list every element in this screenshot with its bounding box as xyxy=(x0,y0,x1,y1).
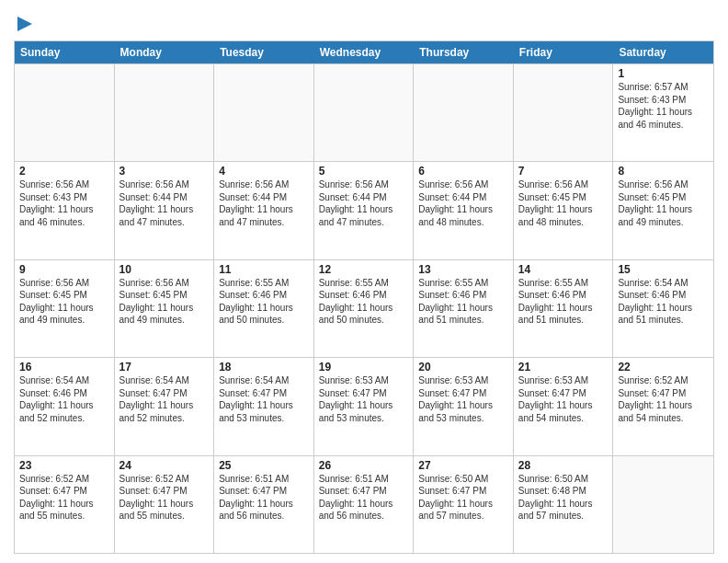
calendar-header: SundayMondayTuesdayWednesdayThursdayFrid… xyxy=(15,41,713,63)
day-info: Sunrise: 6:56 AMSunset: 6:44 PMDaylight:… xyxy=(418,178,508,228)
calendar-cell xyxy=(15,64,115,161)
calendar-cell xyxy=(115,64,215,161)
calendar-cell: 7Sunrise: 6:56 AMSunset: 6:45 PMDaylight… xyxy=(514,162,614,259)
day-info: Sunrise: 6:56 AMSunset: 6:45 PMDaylight:… xyxy=(19,277,109,327)
calendar-cell: 18Sunrise: 6:54 AMSunset: 6:47 PMDayligh… xyxy=(214,358,314,454)
day-info: Sunrise: 6:56 AMSunset: 6:44 PMDaylight:… xyxy=(119,178,210,228)
logo-icon xyxy=(16,13,34,35)
day-number: 3 xyxy=(119,165,210,178)
day-info: Sunrise: 6:56 AMSunset: 6:44 PMDaylight:… xyxy=(219,178,309,228)
day-info: Sunrise: 6:54 AMSunset: 6:47 PMDaylight:… xyxy=(119,374,210,424)
day-number: 20 xyxy=(418,361,508,373)
day-number: 18 xyxy=(219,361,309,373)
calendar-cell: 26Sunrise: 6:51 AMSunset: 6:47 PMDayligh… xyxy=(314,456,415,553)
calendar-cell: 25Sunrise: 6:51 AMSunset: 6:47 PMDayligh… xyxy=(214,456,314,553)
calendar-cell: 21Sunrise: 6:53 AMSunset: 6:47 PMDayligh… xyxy=(514,358,614,454)
calendar-cell: 15Sunrise: 6:54 AMSunset: 6:46 PMDayligh… xyxy=(613,260,713,357)
calendar-cell: 11Sunrise: 6:55 AMSunset: 6:46 PMDayligh… xyxy=(214,260,314,357)
day-info: Sunrise: 6:50 AMSunset: 6:47 PMDaylight:… xyxy=(418,473,508,523)
day-info: Sunrise: 6:52 AMSunset: 6:47 PMDaylight:… xyxy=(618,374,709,424)
calendar-cell: 27Sunrise: 6:50 AMSunset: 6:47 PMDayligh… xyxy=(414,456,514,553)
day-number: 25 xyxy=(219,459,309,472)
day-number: 6 xyxy=(418,165,508,178)
header xyxy=(14,9,714,35)
logo xyxy=(14,13,34,35)
day-number: 24 xyxy=(119,459,210,472)
day-info: Sunrise: 6:56 AMSunset: 6:45 PMDaylight:… xyxy=(618,178,709,228)
calendar-cell: 24Sunrise: 6:52 AMSunset: 6:47 PMDayligh… xyxy=(115,456,215,553)
day-info: Sunrise: 6:51 AMSunset: 6:47 PMDaylight:… xyxy=(319,473,409,523)
day-number: 17 xyxy=(119,361,210,373)
day-info: Sunrise: 6:51 AMSunset: 6:47 PMDaylight:… xyxy=(219,473,309,523)
calendar-cell: 28Sunrise: 6:50 AMSunset: 6:48 PMDayligh… xyxy=(514,456,614,553)
day-info: Sunrise: 6:54 AMSunset: 6:47 PMDaylight:… xyxy=(219,374,309,424)
calendar-cell xyxy=(214,64,314,161)
day-info: Sunrise: 6:55 AMSunset: 6:46 PMDaylight:… xyxy=(319,277,409,327)
calendar-cell: 10Sunrise: 6:56 AMSunset: 6:45 PMDayligh… xyxy=(115,260,215,357)
day-info: Sunrise: 6:57 AMSunset: 6:43 PMDaylight:… xyxy=(618,81,709,131)
calendar-cell: 3Sunrise: 6:56 AMSunset: 6:44 PMDaylight… xyxy=(115,162,215,259)
day-info: Sunrise: 6:55 AMSunset: 6:46 PMDaylight:… xyxy=(418,277,508,327)
day-number: 1 xyxy=(618,67,709,80)
calendar-cell: 5Sunrise: 6:56 AMSunset: 6:44 PMDaylight… xyxy=(314,162,415,259)
day-info: Sunrise: 6:53 AMSunset: 6:47 PMDaylight:… xyxy=(418,374,508,424)
calendar-row: 9Sunrise: 6:56 AMSunset: 6:45 PMDaylight… xyxy=(15,259,713,357)
calendar-row: 16Sunrise: 6:54 AMSunset: 6:46 PMDayligh… xyxy=(15,357,713,454)
day-number: 28 xyxy=(518,459,609,472)
calendar-cell: 9Sunrise: 6:56 AMSunset: 6:45 PMDaylight… xyxy=(15,260,115,357)
day-number: 11 xyxy=(219,263,309,276)
calendar-row: 23Sunrise: 6:52 AMSunset: 6:47 PMDayligh… xyxy=(15,455,713,553)
weekday-header: Thursday xyxy=(414,41,514,63)
day-number: 27 xyxy=(418,459,508,472)
day-number: 12 xyxy=(319,263,409,276)
day-number: 4 xyxy=(219,165,309,178)
day-number: 23 xyxy=(19,459,109,472)
calendar-cell: 16Sunrise: 6:54 AMSunset: 6:46 PMDayligh… xyxy=(15,358,115,454)
calendar-row: 1Sunrise: 6:57 AMSunset: 6:43 PMDaylight… xyxy=(15,63,713,161)
day-number: 5 xyxy=(319,165,409,178)
day-number: 7 xyxy=(518,165,609,178)
weekday-header: Wednesday xyxy=(314,41,415,63)
calendar-cell: 14Sunrise: 6:55 AMSunset: 6:46 PMDayligh… xyxy=(514,260,614,357)
weekday-header: Tuesday xyxy=(214,41,314,63)
day-number: 26 xyxy=(319,459,409,472)
calendar-cell: 19Sunrise: 6:53 AMSunset: 6:47 PMDayligh… xyxy=(314,358,415,454)
calendar-cell: 22Sunrise: 6:52 AMSunset: 6:47 PMDayligh… xyxy=(613,358,713,454)
day-number: 14 xyxy=(518,263,609,276)
weekday-header: Saturday xyxy=(613,41,713,63)
calendar-cell: 2Sunrise: 6:56 AMSunset: 6:43 PMDaylight… xyxy=(15,162,115,259)
day-info: Sunrise: 6:55 AMSunset: 6:46 PMDaylight:… xyxy=(219,277,309,327)
calendar: SundayMondayTuesdayWednesdayThursdayFrid… xyxy=(14,40,714,554)
calendar-cell: 4Sunrise: 6:56 AMSunset: 6:44 PMDaylight… xyxy=(214,162,314,259)
day-number: 13 xyxy=(418,263,508,276)
day-info: Sunrise: 6:56 AMSunset: 6:44 PMDaylight:… xyxy=(319,178,409,228)
calendar-row: 2Sunrise: 6:56 AMSunset: 6:43 PMDaylight… xyxy=(15,161,713,259)
day-info: Sunrise: 6:56 AMSunset: 6:45 PMDaylight:… xyxy=(119,277,210,327)
day-number: 15 xyxy=(618,263,709,276)
day-number: 22 xyxy=(618,361,709,373)
weekday-header: Sunday xyxy=(15,41,115,63)
calendar-cell: 12Sunrise: 6:55 AMSunset: 6:46 PMDayligh… xyxy=(314,260,415,357)
weekday-header: Monday xyxy=(115,41,215,63)
day-info: Sunrise: 6:54 AMSunset: 6:46 PMDaylight:… xyxy=(618,277,709,327)
day-number: 21 xyxy=(518,361,609,373)
weekday-header: Friday xyxy=(514,41,614,63)
calendar-cell: 17Sunrise: 6:54 AMSunset: 6:47 PMDayligh… xyxy=(115,358,215,454)
calendar-cell: 1Sunrise: 6:57 AMSunset: 6:43 PMDaylight… xyxy=(613,64,713,161)
calendar-cell: 23Sunrise: 6:52 AMSunset: 6:47 PMDayligh… xyxy=(15,456,115,553)
calendar-body: 1Sunrise: 6:57 AMSunset: 6:43 PMDaylight… xyxy=(15,63,713,553)
day-info: Sunrise: 6:53 AMSunset: 6:47 PMDaylight:… xyxy=(518,374,609,424)
calendar-cell xyxy=(514,64,614,161)
day-number: 2 xyxy=(19,165,109,178)
calendar-cell xyxy=(414,64,514,161)
calendar-cell: 20Sunrise: 6:53 AMSunset: 6:47 PMDayligh… xyxy=(414,358,514,454)
calendar-cell: 6Sunrise: 6:56 AMSunset: 6:44 PMDaylight… xyxy=(414,162,514,259)
day-number: 19 xyxy=(319,361,409,373)
day-info: Sunrise: 6:53 AMSunset: 6:47 PMDaylight:… xyxy=(319,374,409,424)
calendar-cell xyxy=(314,64,415,161)
calendar-cell xyxy=(613,456,713,553)
day-info: Sunrise: 6:50 AMSunset: 6:48 PMDaylight:… xyxy=(518,473,609,523)
day-info: Sunrise: 6:52 AMSunset: 6:47 PMDaylight:… xyxy=(19,473,109,523)
calendar-cell: 8Sunrise: 6:56 AMSunset: 6:45 PMDaylight… xyxy=(613,162,713,259)
day-info: Sunrise: 6:56 AMSunset: 6:45 PMDaylight:… xyxy=(518,178,609,228)
